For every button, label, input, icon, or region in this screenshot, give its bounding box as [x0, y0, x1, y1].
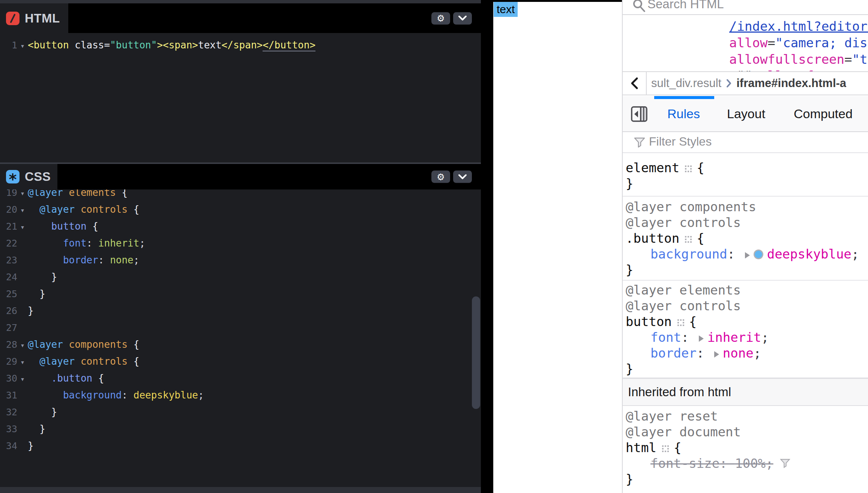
css-lang-icon: *: [6, 170, 20, 183]
inspector-line[interactable]: ="" allow f: [729, 68, 814, 71]
code-line-32[interactable]: 32 }: [0, 404, 471, 419]
preview-text-button[interactable]: text: [494, 2, 518, 17]
code-line-29[interactable]: 29▾ @layer controls {: [0, 354, 471, 369]
code-line-28[interactable]: 28▾@layer components {: [0, 337, 471, 352]
panel-top-strip: [0, 0, 481, 3]
code-line-27[interactable]: 27: [0, 320, 471, 335]
code-line-25[interactable]: 25 }: [0, 286, 471, 301]
selector-highlighter-dots-icon[interactable]: [662, 445, 669, 452]
chevron-down-icon: [458, 16, 467, 21]
html-collapse-button[interactable]: [453, 12, 472, 24]
fold-arrow-icon[interactable]: ▾: [17, 371, 28, 386]
code-line-30[interactable]: 30▾ .button {: [0, 371, 471, 386]
chevron-left-icon: [630, 77, 639, 90]
rule-declaration[interactable]: background: deepskyblue;: [626, 246, 868, 262]
code-line-31[interactable]: 31 background: deepskyblue;: [0, 388, 471, 403]
tab-computed[interactable]: Computed: [794, 96, 853, 131]
html-lang-icon: [6, 12, 20, 25]
inspector-line[interactable]: allowfullscreen="tr: [729, 52, 868, 67]
css-editor-scrollbar[interactable]: [472, 296, 480, 409]
layer-label: @layer controls: [626, 215, 868, 230]
css-collapse-button[interactable]: [453, 171, 472, 183]
rule-block: @layer reset@layer documenthtml{font-siz…: [623, 406, 868, 493]
devtools-panel: Search HTML /index.html?editorsallow="ca…: [622, 0, 868, 493]
code-line-26[interactable]: 26}: [0, 303, 471, 318]
search-icon: [632, 0, 647, 14]
html-settings-button[interactable]: ⚙: [431, 12, 450, 24]
tab-rules[interactable]: Rules: [667, 96, 700, 131]
sidebar-tabbar: Rules Layout Computed: [623, 96, 868, 132]
code-line-33[interactable]: 33 }: [0, 421, 471, 436]
rule-closing-brace: }: [626, 471, 868, 487]
layer-label: @layer elements: [626, 282, 868, 298]
rule-block: element{}: [623, 153, 868, 197]
rule-closing-brace: }: [626, 262, 868, 278]
overridden-filter-funnel-icon[interactable]: [779, 458, 791, 469]
tab-html[interactable]: HTML: [0, 3, 68, 33]
rule-selector[interactable]: html{: [626, 440, 868, 455]
tab-layout[interactable]: Layout: [727, 96, 765, 131]
css-editor[interactable]: 19▾@layer elements {20▾ @layer controls …: [0, 0, 481, 493]
gear-icon: ⚙: [437, 14, 445, 23]
breadcrumb: sult_div.result iframe#index.html-a: [623, 71, 868, 95]
code-line-20[interactable]: 20▾ @layer controls {: [0, 202, 471, 217]
filter-styles-row[interactable]: Filter Styles: [623, 132, 868, 153]
rule-declaration[interactable]: border: none;: [626, 345, 868, 361]
expand-triangle-icon[interactable]: [699, 335, 704, 342]
codepen-with-devtools: 1▾<button class="button"><span>text</spa…: [0, 0, 868, 493]
selector-highlighter-dots-icon[interactable]: [685, 165, 692, 173]
inherited-from-html-header: Inherited from html: [623, 378, 868, 406]
chevron-down-icon: [458, 174, 467, 179]
code-line-21[interactable]: 21▾ button {: [0, 219, 471, 234]
fold-arrow-icon[interactable]: ▾: [17, 203, 28, 218]
code-line-24[interactable]: 24 }: [0, 269, 471, 284]
html-panel-header: HTML ⚙: [0, 3, 481, 33]
fold-arrow-icon[interactable]: ▾: [17, 355, 28, 370]
tab-css[interactable]: * CSS: [0, 164, 57, 189]
layer-label: @layer document: [626, 424, 868, 440]
rule-selector[interactable]: .button{: [626, 230, 868, 246]
rule-closing-brace: }: [626, 176, 868, 191]
html-tab-label: HTML: [25, 11, 60, 26]
search-html-row[interactable]: Search HTML: [623, 0, 868, 15]
code-line-23[interactable]: 23 border: none;: [0, 253, 471, 268]
rule-selector[interactable]: element{: [626, 160, 868, 176]
code-line-34[interactable]: 34}: [0, 438, 471, 453]
css-settings-button[interactable]: ⚙: [431, 171, 450, 183]
rule-declaration[interactable]: font-size: 100%;: [626, 455, 868, 471]
rule-closing-brace: }: [626, 361, 868, 377]
filter-styles-input[interactable]: Filter Styles: [649, 135, 712, 149]
rule-block: @layer components@layer controls.button{…: [623, 197, 868, 281]
rule-declaration[interactable]: font: inherit;: [626, 329, 868, 345]
color-swatch[interactable]: [754, 250, 763, 259]
search-input[interactable]: Search HTML: [647, 0, 724, 11]
editor-column: 1▾<button class="button"><span>text</spa…: [0, 0, 481, 493]
chevron-right-icon: [726, 79, 732, 88]
editor-preview-resizer[interactable]: [481, 0, 493, 493]
sidebar-toggle-icon[interactable]: [631, 106, 648, 123]
layer-label: @layer reset: [626, 408, 868, 424]
code-line-22[interactable]: 22 font: inherit;: [0, 236, 471, 251]
expand-triangle-icon[interactable]: [745, 252, 750, 259]
layer-label: @layer components: [626, 199, 868, 215]
expand-triangle-icon[interactable]: [714, 351, 719, 358]
breadcrumb-back-button[interactable]: [623, 72, 647, 95]
css-panel-header: * CSS ⚙: [0, 164, 481, 189]
selector-highlighter-dots-icon[interactable]: [677, 319, 685, 326]
fold-arrow-icon[interactable]: ▾: [17, 338, 28, 353]
fold-arrow-icon[interactable]: ▾: [17, 219, 28, 234]
selector-highlighter-dots-icon[interactable]: [685, 236, 692, 243]
funnel-icon: [633, 136, 646, 149]
markup-inspector[interactable]: /index.html?editorsallow="camera; dispal…: [623, 15, 868, 71]
inspector-line[interactable]: /index.html?editors: [729, 19, 868, 34]
css-tab-label: CSS: [25, 170, 51, 184]
gear-icon: ⚙: [437, 172, 445, 181]
layer-label: @layer controls: [626, 298, 868, 314]
result-preview: text: [493, 0, 622, 493]
breadcrumb-item-iframe[interactable]: iframe#index.html-a: [736, 77, 846, 90]
inspector-line[interactable]: allow="camera; disp: [729, 35, 868, 50]
rule-selector[interactable]: button{: [626, 314, 868, 329]
rule-block: @layer elements@layer controlsbutton{fon…: [623, 281, 868, 378]
collapsed-panel-strip: [0, 487, 481, 493]
breadcrumb-item-result-div[interactable]: sult_div.result: [651, 77, 721, 90]
